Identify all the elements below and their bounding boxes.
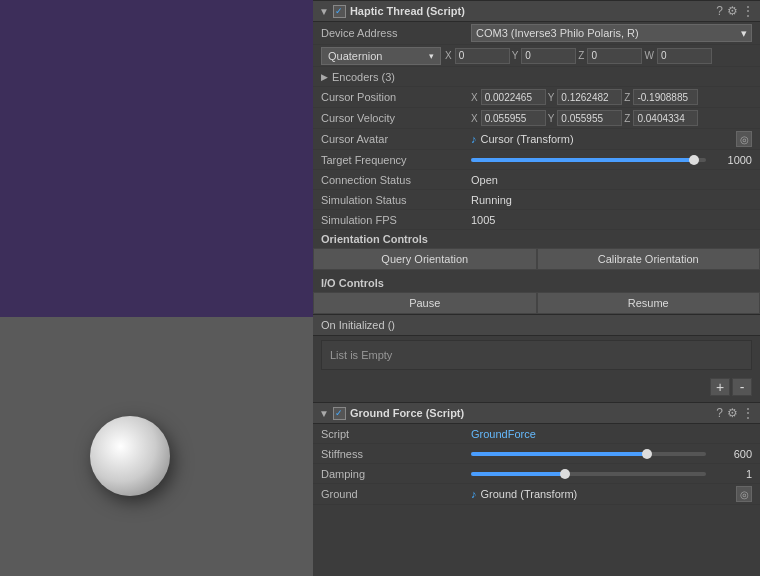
ground-note-icon: ♪ xyxy=(471,488,477,500)
cp-y-input[interactable] xyxy=(557,89,622,105)
cursor-position-label: Cursor Position xyxy=(321,91,471,103)
quaternion-fields: X Y Z W xyxy=(445,48,752,64)
cursor-avatar-label: Cursor Avatar xyxy=(321,133,471,145)
cursor-avatar-note-icon: ♪ xyxy=(471,133,477,145)
query-orientation-btn[interactable]: Query Orientation xyxy=(313,248,537,270)
damping-value: 1 xyxy=(712,468,752,480)
device-address-select[interactable]: COM3 (Inverse3 Philo Polaris, R) ▾ xyxy=(471,24,752,42)
ground-script-title: Ground Force (Script) xyxy=(350,407,712,419)
cursor-velocity-label: Cursor Velocity xyxy=(321,112,471,124)
quat-w-input[interactable] xyxy=(657,48,712,64)
ground-script-row: Script GroundForce xyxy=(313,424,760,444)
cv-z-label: Z xyxy=(624,113,630,124)
haptic-collapse-arrow[interactable]: ▼ xyxy=(319,6,329,17)
cp-x-label: X xyxy=(471,92,478,103)
cp-y-label: Y xyxy=(548,92,555,103)
io-btn-group: Pause Resume xyxy=(313,292,760,314)
io-controls-header: I/O Controls xyxy=(313,274,760,292)
ground-more-icon[interactable]: ⋮ xyxy=(742,406,754,420)
encoders-label: Encoders (3) xyxy=(332,71,395,83)
simulation-fps-row: Simulation FPS 1005 xyxy=(313,210,760,230)
cp-x-input[interactable] xyxy=(481,89,546,105)
resume-btn[interactable]: Resume xyxy=(537,292,761,314)
cursor-position-row: Cursor Position X Y Z xyxy=(313,87,760,108)
connection-status-label: Connection Status xyxy=(321,174,471,186)
cv-y-input[interactable] xyxy=(557,110,622,126)
quat-z-label: Z xyxy=(578,50,584,61)
encoders-arrow[interactable]: ▶ xyxy=(321,72,328,82)
connection-status-row: Connection Status Open xyxy=(313,170,760,190)
cp-z-label: Z xyxy=(624,92,630,103)
orientation-btn-group: Query Orientation Calibrate Orientation xyxy=(313,248,760,270)
ground-script-link[interactable]: GroundForce xyxy=(471,428,536,440)
damping-thumb[interactable] xyxy=(560,469,570,479)
ground-checkbox[interactable]: ✓ xyxy=(333,407,346,420)
target-frequency-track xyxy=(471,158,706,162)
stiffness-thumb[interactable] xyxy=(642,449,652,459)
target-frequency-row: Target Frequency 1000 xyxy=(313,150,760,170)
ground-settings-icon[interactable]: ⚙ xyxy=(727,406,738,420)
stiffness-label: Stiffness xyxy=(321,448,471,460)
haptic-help-icon[interactable]: ? xyxy=(716,4,723,18)
target-frequency-thumb[interactable] xyxy=(689,155,699,165)
stiffness-slider-container: 600 xyxy=(471,448,752,460)
target-frequency-slider-container: 1000 xyxy=(471,154,752,166)
device-address-label: Device Address xyxy=(321,27,471,39)
stiffness-track xyxy=(471,452,706,456)
quat-x-label: X xyxy=(445,50,452,61)
cv-y-label: Y xyxy=(548,113,555,124)
damping-track xyxy=(471,472,706,476)
add-event-btn[interactable]: + xyxy=(710,378,730,396)
haptic-checkbox[interactable]: ✓ xyxy=(333,5,346,18)
ground-collapse-arrow[interactable]: ▼ xyxy=(319,408,329,419)
cursor-avatar-target-btn[interactable]: ◎ xyxy=(736,131,752,147)
damping-slider-container: 1 xyxy=(471,468,752,480)
target-frequency-fill xyxy=(471,158,694,162)
quat-y-label: Y xyxy=(512,50,519,61)
cv-z-input[interactable] xyxy=(633,110,698,126)
cp-z-input[interactable] xyxy=(633,89,698,105)
quaternion-dropdown[interactable]: Quaternion ▾ xyxy=(321,47,441,65)
quaternion-row: Quaternion ▾ X Y Z W xyxy=(313,45,760,67)
ground-target-btn[interactable]: ◎ xyxy=(736,486,752,502)
ground-script-label: Script xyxy=(321,428,471,440)
unity-viewport xyxy=(0,0,313,576)
add-remove-btn-group: + - xyxy=(313,374,760,400)
ground-help-icon[interactable]: ? xyxy=(716,406,723,420)
cursor-avatar-value: Cursor (Transform) xyxy=(481,133,574,145)
remove-event-btn[interactable]: - xyxy=(732,378,752,396)
on-initialized-header: On Initialized () xyxy=(313,314,760,336)
ground-label: Ground xyxy=(321,488,471,500)
list-empty-text: List is Empty xyxy=(321,340,752,370)
damping-row: Damping 1 xyxy=(313,464,760,484)
orientation-controls-header: Orientation Controls xyxy=(313,230,760,248)
target-frequency-label: Target Frequency xyxy=(321,154,471,166)
haptic-settings-icon[interactable]: ⚙ xyxy=(727,4,738,18)
quat-y-input[interactable] xyxy=(521,48,576,64)
encoders-row: ▶ Encoders (3) xyxy=(313,67,760,87)
cursor-velocity-fields: X Y Z xyxy=(471,110,752,126)
damping-label: Damping xyxy=(321,468,471,480)
stiffness-value: 600 xyxy=(712,448,752,460)
quat-w-label: W xyxy=(644,50,653,61)
stiffness-fill xyxy=(471,452,647,456)
cursor-position-fields: X Y Z xyxy=(471,89,752,105)
quat-x-input[interactable] xyxy=(455,48,510,64)
simulation-status-row: Simulation Status Running xyxy=(313,190,760,210)
device-address-row: Device Address COM3 (Inverse3 Philo Pola… xyxy=(313,22,760,45)
ground-row: Ground ♪ Ground (Transform) ◎ xyxy=(313,484,760,505)
cursor-avatar-value-group: ♪ Cursor (Transform) ◎ xyxy=(471,131,752,147)
haptic-more-icon[interactable]: ⋮ xyxy=(742,4,754,18)
cv-x-input[interactable] xyxy=(481,110,546,126)
simulation-fps-label: Simulation FPS xyxy=(321,214,471,226)
cursor-avatar-row: Cursor Avatar ♪ Cursor (Transform) ◎ xyxy=(313,129,760,150)
ground-value-group: ♪ Ground (Transform) ◎ xyxy=(471,486,752,502)
target-frequency-value: 1000 xyxy=(712,154,752,166)
device-address-value: COM3 (Inverse3 Philo Polaris, R) xyxy=(476,27,639,39)
calibrate-orientation-btn[interactable]: Calibrate Orientation xyxy=(537,248,761,270)
quat-z-input[interactable] xyxy=(587,48,642,64)
inspector-panel: ▼ ✓ Haptic Thread (Script) ? ⚙ ⋮ Device … xyxy=(313,0,760,576)
damping-fill xyxy=(471,472,565,476)
ground-value: Ground (Transform) xyxy=(481,488,578,500)
pause-btn[interactable]: Pause xyxy=(313,292,537,314)
